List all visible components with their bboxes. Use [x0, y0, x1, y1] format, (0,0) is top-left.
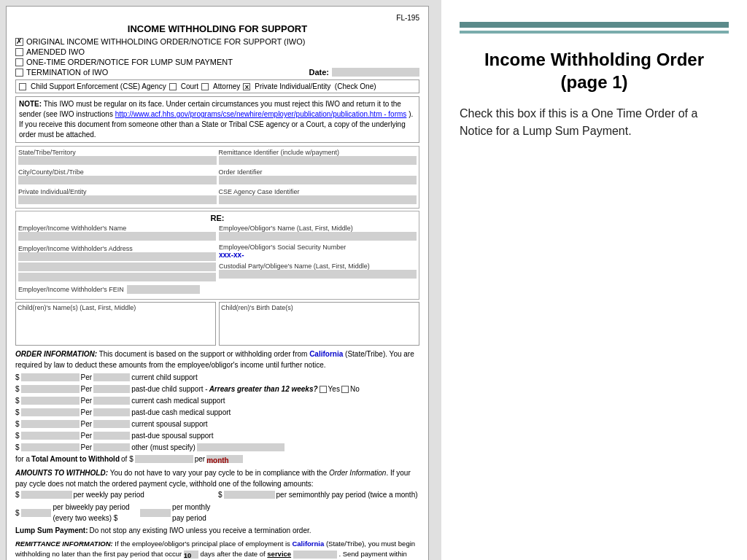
re-label: RE: [18, 214, 417, 222]
right-panel: Income Withholding Order(page 1) Check t… [441, 0, 747, 560]
weekly-field[interactable] [21, 491, 72, 499]
remittance-text4: . Send payment within [338, 550, 406, 558]
per-label-3: Per [81, 395, 93, 406]
cse-case-label: CSE Agency Case Identifier [219, 188, 417, 195]
total-of-label: of $ [121, 454, 133, 464]
employer-address-value2[interactable] [18, 262, 216, 271]
remittance-num1: 10 [184, 551, 198, 559]
checkbox-amended-iwo[interactable]: AMENDED IWO [15, 47, 419, 56]
sender-private-label: Private Individual/Entity (Check One) [255, 82, 376, 90]
private-entity-value[interactable] [18, 195, 217, 204]
cb-private[interactable] [243, 83, 250, 90]
amounts-header: AMOUNTS TO WITHHOLD: You do not have to … [15, 467, 419, 489]
per-field-6[interactable] [93, 432, 130, 440]
arrears-text: Arrears greater than 12 weeks? [209, 384, 318, 394]
remittance-id-field: Remittance Identifier (include w/payment… [219, 149, 417, 165]
remittance-label: REMITTANCE INFORMATION: [15, 540, 113, 548]
per-field-3[interactable] [93, 397, 130, 405]
yes-no-group: Yes No [320, 384, 360, 394]
per-label-6: Per [81, 430, 93, 441]
dollar-sign-3: $ [15, 395, 20, 406]
dollar-row-5: $ Per current spousal support [15, 419, 419, 429]
city-county-value[interactable] [18, 176, 217, 184]
dollar-field-5[interactable] [21, 420, 80, 428]
desc-3: current cash medical support [131, 395, 225, 406]
per-label-7: Per [81, 442, 93, 453]
employer-name-value[interactable] [18, 232, 216, 241]
employee-ssn-field: Employee/Obligor's Social Security Numbe… [219, 244, 417, 260]
dollar-field-4[interactable] [21, 408, 80, 416]
employee-name-value[interactable] [219, 232, 417, 241]
dollar-field-6[interactable] [21, 432, 80, 440]
date-field[interactable] [332, 68, 419, 77]
dollar-row-3: $ Per current cash medical support [15, 395, 419, 406]
children-names-label: Child(ren)'s Name(s) (Last, First, Middl… [18, 304, 214, 311]
cb-yes[interactable] [320, 386, 327, 393]
employer-address-value1[interactable] [18, 252, 216, 261]
monthly-field[interactable] [140, 509, 171, 517]
employee-ssn-value[interactable]: xxx-xx- [219, 251, 417, 260]
note-box: NOTE: This IWO must be regular on its fa… [15, 96, 419, 143]
employer-name-label: Employer/Income Withholder's Name [18, 225, 216, 232]
fein-row: Employer/Income Withholder's FEIN [18, 285, 417, 294]
per-field-2[interactable] [93, 385, 130, 393]
state-tribe-field: State/Tribe/Territory [18, 149, 217, 165]
per-label-5: Per [81, 419, 93, 429]
order-id-value[interactable] [219, 176, 417, 184]
fein-value[interactable] [127, 285, 200, 294]
dollar-field-1[interactable] [21, 373, 80, 381]
right-header-bar-2 [460, 31, 729, 34]
dollar-row-2: $ Per past-due child support - Arrears g… [15, 384, 419, 394]
children-section: Child(ren)'s Name(s) (Last, First, Middl… [15, 302, 419, 346]
checkbox-original-icon [15, 38, 23, 46]
cb-no[interactable] [341, 386, 349, 393]
dollar-field-7[interactable] [21, 443, 80, 451]
yes-label: Yes [328, 384, 340, 394]
dollar-field-2[interactable] [21, 385, 80, 393]
total-for-a: for a [15, 454, 30, 464]
employer-address-value3[interactable] [18, 273, 216, 281]
note-link[interactable]: http://www.acf.hhs.gov/programs/cse/newh… [115, 110, 407, 118]
total-bold-label: Total Amount to Withhold [31, 454, 120, 464]
per-field-5[interactable] [93, 420, 130, 428]
cb-attorney[interactable] [201, 83, 209, 90]
per-label-2: Per [81, 384, 93, 394]
city-county-label: City/County/Dist./Tribe [18, 168, 217, 176]
custodial-party-value[interactable] [219, 270, 417, 279]
total-field[interactable] [135, 455, 193, 463]
other-specify-field[interactable] [197, 443, 285, 451]
employer-address-label: Employer/Income Withholder's Address [18, 245, 216, 252]
remittance-service: service [267, 550, 291, 558]
remittance-service-field[interactable] [293, 551, 337, 559]
semimonthly-field[interactable] [224, 491, 275, 499]
desc-7: other (must specify) [131, 442, 196, 453]
checkbox-onetime-icon [15, 58, 23, 66]
document-container: FL-195 INCOME WITHHOLDING FOR SUPPORT OR… [6, 6, 429, 560]
dollar-sign-4: $ [15, 407, 20, 418]
children-names-box: Child(ren)'s Name(s) (Last, First, Middl… [15, 302, 216, 346]
cb-court[interactable] [169, 83, 177, 90]
checkbox-one-time[interactable]: ONE-TIME ORDER/NOTICE FOR LUMP SUM PAYME… [15, 58, 419, 66]
sidebar-description: Check this box if this is a One Time Ord… [460, 105, 729, 140]
per-field-4[interactable] [93, 408, 130, 416]
dollar-field-3[interactable] [21, 397, 80, 405]
remittance-section: REMITTANCE INFORMATION: If the employee/… [15, 539, 419, 560]
remittance-id-value[interactable] [219, 156, 417, 165]
per-field-7[interactable] [93, 443, 130, 451]
desc-5: current spousal support [131, 419, 208, 429]
cse-case-value[interactable] [219, 195, 417, 204]
private-entity-label: Private Individual/Entity [18, 188, 217, 195]
right-header-bar [460, 22, 729, 28]
checkbox-termination[interactable]: TERMINATION of IWO Date: [15, 68, 419, 77]
biweekly-field[interactable] [21, 509, 52, 517]
per-label-1: Per [81, 372, 93, 383]
state-tribe-value[interactable] [18, 156, 217, 165]
total-per-label: per [195, 454, 205, 464]
per-field-red-1[interactable] [93, 373, 130, 381]
amounts-label: AMOUNTS TO WITHHOLD: [15, 469, 108, 477]
order-id-label: Order Identifier [219, 168, 417, 176]
per-label-4: Per [81, 407, 93, 418]
checkbox-original-iwo[interactable]: ORIGINAL INCOME WITHHOLDING ORDER/NOTICE… [15, 37, 419, 46]
cb-cse[interactable] [19, 83, 26, 90]
no-label: No [350, 384, 360, 394]
